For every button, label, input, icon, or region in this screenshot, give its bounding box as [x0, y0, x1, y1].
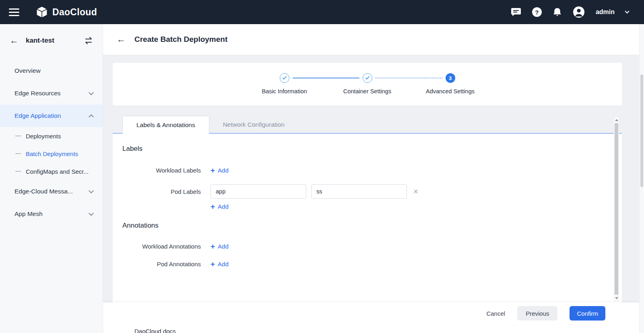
scroll-down-arrow-icon[interactable] [614, 295, 619, 301]
tab-labels-annotations[interactable]: Labels & Annotations [122, 116, 209, 134]
page-scrollbar-thumb[interactable] [640, 74, 643, 187]
menu-toggle-icon[interactable] [9, 8, 19, 16]
sidebar-item-edge-application[interactable]: Edge Application [0, 105, 103, 127]
annotations-section-title: Annotations [122, 222, 622, 230]
add-workload-label-button[interactable]: + Add [211, 166, 229, 174]
sidebar: ← kant-test Overview Edge Resources Edge… [0, 24, 103, 333]
help-icon[interactable]: ? [532, 7, 542, 17]
page-header: ← Create Batch Deployment [103, 24, 644, 55]
tab-network-configuration[interactable]: Network Configuration [209, 116, 298, 134]
main-area: ← Create Batch Deployment Basic Informat… [103, 24, 644, 333]
tab-row: Labels & Annotations Network Configurati… [113, 116, 622, 134]
sidebar-item-app-mesh[interactable]: App Mesh [0, 203, 103, 225]
dash-icon [15, 171, 21, 172]
brand-name: DaoCloud [52, 7, 97, 18]
labels-section-title: Labels [122, 145, 622, 153]
pod-annotations-row: Pod Annotations + Add [113, 260, 622, 268]
page-back-icon[interactable]: ← [117, 35, 126, 44]
sidebar-item-overview[interactable]: Overview [0, 60, 103, 82]
pod-annotations-label: Pod Annotations [122, 261, 201, 267]
feedback-chat-icon[interactable] [511, 7, 521, 17]
switch-cluster-icon[interactable] [84, 37, 93, 44]
pod-labels-row: Pod Labels × [113, 184, 622, 199]
confirm-button[interactable]: Confirm [570, 306, 605, 321]
pod-labels-add-row: + Add [113, 203, 622, 210]
sidebar-menu: Overview Edge Resources Edge Application… [0, 57, 103, 225]
sidebar-item-configmaps-secrets[interactable]: ConfigMaps and Secr... [0, 162, 103, 180]
stepper: Basic Information Container Settings 3 A… [113, 63, 622, 105]
dash-icon [15, 136, 21, 136]
sidebar-item-deployments[interactable]: Deployments [0, 127, 103, 145]
cluster-name: kant-test [26, 37, 54, 45]
workload-annotations-label: Workload Annotations [122, 243, 201, 250]
step-advanced-settings[interactable]: 3 Advanced Settings [406, 73, 495, 95]
chevron-down-icon [89, 211, 94, 216]
app-window: DaoCloud ? [0, 0, 644, 333]
chevron-down-icon [89, 188, 94, 193]
sidebar-item-edge-cloud-message[interactable]: Edge-Cloud Messa... [0, 180, 103, 203]
topbar-actions: ? admin [511, 6, 629, 18]
add-workload-annotation-button[interactable]: + Add [211, 243, 229, 250]
panel-scrollbar[interactable] [614, 117, 619, 301]
workload-labels-label: Workload Labels [122, 167, 201, 174]
pod-labels-label: Pod Labels [122, 188, 201, 195]
sidebar-item-batch-deployments[interactable]: Batch Deployments [0, 145, 103, 162]
plus-icon: + [211, 166, 215, 174]
remove-row-icon[interactable]: × [413, 187, 418, 195]
wizard-footer: Cancel Previous Confirm [103, 302, 644, 324]
step-container-settings[interactable]: Container Settings [323, 73, 412, 95]
sidebar-item-edge-resources[interactable]: Edge Resources [0, 82, 103, 105]
clipped-background-content: DaoCloud docs [103, 324, 644, 333]
workload-labels-row: Workload Labels + Add [113, 166, 622, 174]
sidebar-header: ← kant-test [0, 24, 103, 57]
step-done-check-icon [280, 73, 289, 83]
cancel-button[interactable]: Cancel [486, 310, 505, 317]
notifications-bell-icon[interactable] [553, 7, 562, 17]
daocloud-logo-icon [35, 6, 48, 18]
page-title: Create Batch Deployment [134, 35, 227, 44]
step-done-check-icon [363, 73, 372, 83]
content-area: Basic Information Container Settings 3 A… [103, 55, 644, 302]
step-basic-information[interactable]: Basic Information [240, 73, 329, 95]
user-name[interactable]: admin [596, 8, 615, 16]
scroll-up-arrow-icon[interactable] [614, 117, 619, 123]
scrollbar-thumb[interactable] [615, 123, 618, 295]
step-number-badge: 3 [446, 73, 455, 83]
workload-annotations-row: Workload Annotations + Add [113, 243, 622, 250]
add-pod-annotation-button[interactable]: + Add [211, 260, 229, 268]
sidebar-back-icon[interactable]: ← [10, 36, 19, 45]
plus-icon: + [211, 203, 215, 210]
topbar: DaoCloud ? [0, 0, 644, 24]
previous-button[interactable]: Previous [517, 306, 557, 321]
labels-annotations-panel: Labels Workload Labels + Add Pod Labels [113, 134, 622, 302]
pod-label-key-input[interactable] [211, 184, 306, 199]
chevron-up-icon [89, 114, 94, 119]
chevron-down-icon [89, 90, 94, 95]
avatar[interactable] [573, 6, 585, 18]
user-menu-chevron-down-icon[interactable] [625, 9, 629, 13]
tabs-section: Labels & Annotations Network Configurati… [113, 116, 622, 302]
pod-label-value-input[interactable] [311, 184, 407, 199]
page-scrollbar[interactable] [639, 24, 644, 333]
brand: DaoCloud [35, 6, 97, 18]
plus-icon: + [211, 243, 215, 250]
add-pod-label-button[interactable]: + Add [211, 203, 229, 210]
plus-icon: + [211, 260, 215, 268]
dash-icon [15, 153, 21, 154]
